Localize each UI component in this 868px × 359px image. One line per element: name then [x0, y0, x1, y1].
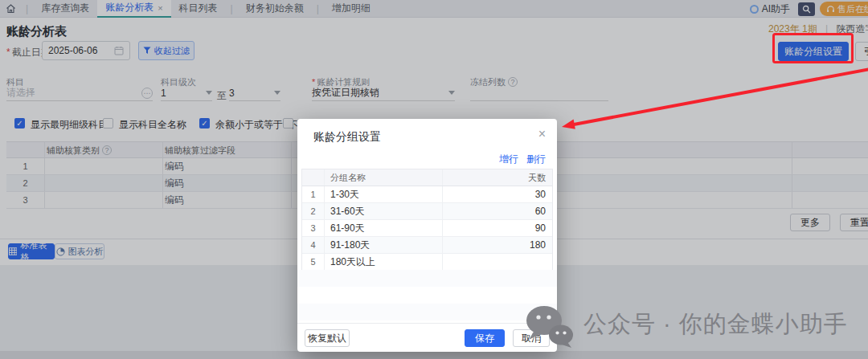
restore-default-button[interactable]: 恢复默认 — [305, 329, 350, 347]
aging-groups-table: 分组名称 天数 1 1-30天 30 2 31-60天 60 3 61-90天 … — [301, 169, 553, 271]
table-row[interactable]: 5 180天以上 — [302, 254, 552, 271]
watermark-text: 公众号 · 你的金蝶小助手 — [583, 308, 848, 341]
screen: | 库存查询表 账龄分析表× 科目列表 | 财务初始余额 | 增加明细 AI助手… — [0, 0, 868, 359]
delete-row-button[interactable]: 删行 — [526, 153, 546, 166]
cell-group-name: 31-60天 — [330, 203, 365, 220]
table-header-row: 分组名称 天数 — [302, 169, 552, 186]
table-row[interactable]: 2 31-60天 60 — [302, 203, 552, 220]
add-row-button[interactable]: 增行 — [499, 153, 518, 166]
close-icon[interactable]: × — [538, 127, 546, 141]
cell-group-name: 180天以上 — [330, 254, 375, 271]
modal-title: 账龄分组设置 — [313, 130, 381, 145]
cell-group-name: 1-30天 — [330, 186, 359, 203]
column-header-group-name: 分组名称 — [330, 169, 366, 186]
cell-days: 90 — [535, 220, 546, 237]
cell-group-name: 61-90天 — [330, 220, 365, 237]
save-button[interactable]: 保存 — [465, 329, 505, 347]
watermark: 公众号 · 你的金蝶小助手 — [524, 304, 848, 349]
table-row[interactable]: 1 1-30天 30 — [302, 186, 552, 203]
table-row[interactable]: 3 61-90天 90 — [302, 220, 552, 237]
cell-group-name: 91-180天 — [330, 237, 370, 254]
cell-days: 60 — [535, 203, 546, 220]
modal-footer: 恢复默认 保存 取消 — [297, 323, 557, 352]
cell-days: 180 — [530, 237, 546, 254]
table-row[interactable]: 4 91-180天 180 — [302, 237, 552, 254]
cell-days: 30 — [535, 186, 546, 203]
column-header-days: 天数 — [528, 169, 546, 186]
wechat-icon — [524, 304, 575, 349]
aging-group-settings-modal: 账龄分组设置 × 增行 删行 分组名称 天数 1 1-30天 30 2 31-6… — [297, 119, 557, 352]
